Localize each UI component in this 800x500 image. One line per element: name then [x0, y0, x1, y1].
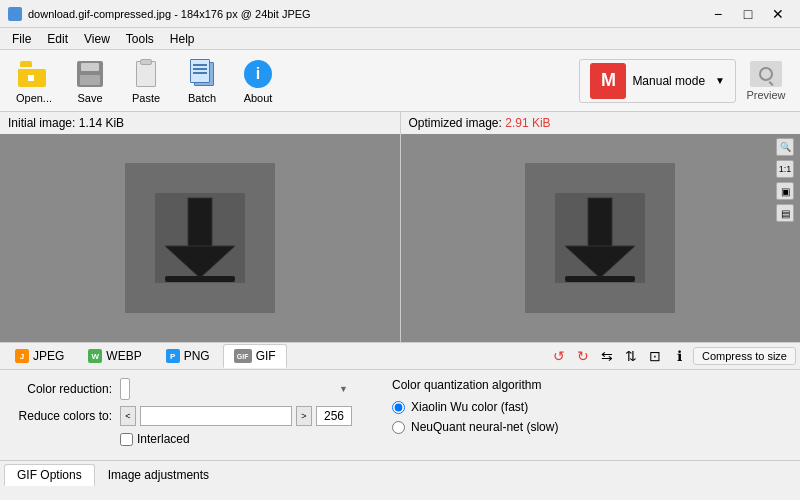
tab-gif-label: GIF: [256, 349, 276, 363]
reduce-colors-row: Reduce colors to: < > 256: [12, 406, 352, 426]
down-arrow-image: [150, 188, 250, 288]
panels-area: Initial image: 1.14 KiB Optimized image:…: [0, 112, 800, 342]
gif-badge: GIF: [234, 349, 252, 363]
slider-right-arrow[interactable]: >: [296, 406, 312, 426]
quantization-option1-label: Xiaolin Wu color (fast): [411, 400, 528, 414]
manual-badge: M: [590, 63, 626, 99]
bottom-tab-bar: GIF Options Image adjustments: [0, 460, 800, 486]
interlaced-checkbox[interactable]: [120, 433, 133, 446]
batch-label: Batch: [188, 92, 216, 104]
menu-view[interactable]: View: [76, 30, 118, 48]
quantization-option2-row: NeuQuant neural-net (slow): [392, 420, 558, 434]
crop-icon[interactable]: ⊡: [645, 346, 665, 366]
format-tabs-left: J JPEG W WEBP P PNG GIF GIF: [4, 344, 287, 368]
left-image-view: [0, 134, 400, 342]
left-panel: Initial image: 1.14 KiB: [0, 112, 401, 342]
tab-webp-label: WEBP: [106, 349, 141, 363]
zoom-out-button[interactable]: ▤: [776, 204, 794, 222]
about-label: About: [244, 92, 273, 104]
preview-button[interactable]: Preview: [740, 54, 792, 108]
options-panel: Color reduction: Reduce colors to: < > 2…: [0, 370, 800, 460]
tab-gif[interactable]: GIF GIF: [223, 344, 287, 368]
color-reduction-row: Color reduction:: [12, 378, 352, 400]
minimize-button[interactable]: −: [704, 3, 732, 25]
svg-rect-3: [165, 276, 235, 282]
about-icon: i: [242, 58, 274, 90]
batch-button[interactable]: Batch: [176, 54, 228, 108]
compress-to-size-button[interactable]: Compress to size: [693, 347, 796, 365]
slider-wrapper: < > 256: [120, 406, 352, 426]
toolbar: Open... Save Paste Batch: [0, 50, 800, 112]
flip-v-icon[interactable]: ⇅: [621, 346, 641, 366]
format-tabs-right: ↺ ↻ ⇆ ⇅ ⊡ ℹ Compress to size: [549, 346, 796, 366]
zoom-original-button[interactable]: 1:1: [776, 160, 794, 178]
open-button[interactable]: Open...: [8, 54, 60, 108]
window-controls: − □ ✕: [704, 3, 792, 25]
save-button[interactable]: Save: [64, 54, 116, 108]
menu-edit[interactable]: Edit: [39, 30, 76, 48]
zoom-fit-button[interactable]: 🔍: [776, 138, 794, 156]
menu-help[interactable]: Help: [162, 30, 203, 48]
manual-mode-text: Manual mode: [632, 74, 705, 88]
window-title: download.gif-compressed.jpg - 184x176 px…: [28, 8, 311, 20]
options-right: Color quantization algorithm Xiaolin Wu …: [392, 378, 558, 452]
color-reduction-label: Color reduction:: [12, 382, 112, 396]
bottom-tab-image-adjustments[interactable]: Image adjustments: [95, 464, 222, 486]
tab-jpeg[interactable]: J JPEG: [4, 344, 75, 368]
quantization-option2-label: NeuQuant neural-net (slow): [411, 420, 558, 434]
tab-webp[interactable]: W WEBP: [77, 344, 152, 368]
app-icon: [8, 7, 22, 21]
tab-png[interactable]: P PNG: [155, 344, 221, 368]
paste-button[interactable]: Paste: [120, 54, 172, 108]
svg-rect-7: [565, 276, 635, 282]
slider-value: 256: [316, 406, 352, 426]
tab-jpeg-label: JPEG: [33, 349, 64, 363]
info-icon[interactable]: ℹ: [669, 346, 689, 366]
open-icon: [18, 58, 50, 90]
paste-label: Paste: [132, 92, 160, 104]
reduce-colors-label: Reduce colors to:: [12, 409, 112, 423]
menu-file[interactable]: File: [4, 30, 39, 48]
title-bar: download.gif-compressed.jpg - 184x176 px…: [0, 0, 800, 28]
right-image-canvas: [525, 163, 675, 313]
close-button[interactable]: ✕: [764, 3, 792, 25]
svg-rect-5: [588, 198, 612, 250]
open-label: Open...: [16, 92, 52, 104]
rotate-right-icon[interactable]: ↻: [573, 346, 593, 366]
flip-h-icon[interactable]: ⇆: [597, 346, 617, 366]
png-badge: P: [166, 349, 180, 363]
interlaced-label: Interlaced: [137, 432, 190, 446]
quantization-option2-radio[interactable]: [392, 421, 405, 434]
right-panel-label: Optimized image: 2.91 KiB: [401, 112, 801, 134]
slider-track[interactable]: [140, 406, 292, 426]
dropdown-arrow-icon: ▼: [715, 75, 725, 86]
about-button[interactable]: i About: [232, 54, 284, 108]
preview-icon: [750, 61, 782, 87]
quantization-title: Color quantization algorithm: [392, 378, 558, 392]
maximize-button[interactable]: □: [734, 3, 762, 25]
menu-tools[interactable]: Tools: [118, 30, 162, 48]
jpeg-badge: J: [15, 349, 29, 363]
webp-badge: W: [88, 349, 102, 363]
save-label: Save: [77, 92, 102, 104]
paste-icon: [130, 58, 162, 90]
preview-label: Preview: [746, 89, 785, 101]
bottom-tab-gif-options[interactable]: GIF Options: [4, 464, 95, 486]
color-reduction-select-wrapper: [120, 378, 352, 400]
quantization-option1-radio[interactable]: [392, 401, 405, 414]
save-icon: [74, 58, 106, 90]
menu-bar: File Edit View Tools Help: [0, 28, 800, 50]
zoom-controls: 🔍 1:1 ▣ ▤: [776, 138, 794, 222]
slider-left-arrow[interactable]: <: [120, 406, 136, 426]
right-image-view: [401, 134, 801, 342]
tab-png-label: PNG: [184, 349, 210, 363]
color-reduction-select[interactable]: [120, 378, 130, 400]
rotate-left-icon[interactable]: ↺: [549, 346, 569, 366]
manual-mode-button[interactable]: M Manual mode ▼: [579, 59, 736, 103]
left-image-canvas: [125, 163, 275, 313]
right-panel: Optimized image: 2.91 KiB 🔍 1:1 ▣ ▤: [401, 112, 801, 342]
down-arrow-image-optimized: [550, 188, 650, 288]
quantization-option1-row: Xiaolin Wu color (fast): [392, 400, 558, 414]
svg-rect-1: [188, 198, 212, 250]
zoom-in-button[interactable]: ▣: [776, 182, 794, 200]
